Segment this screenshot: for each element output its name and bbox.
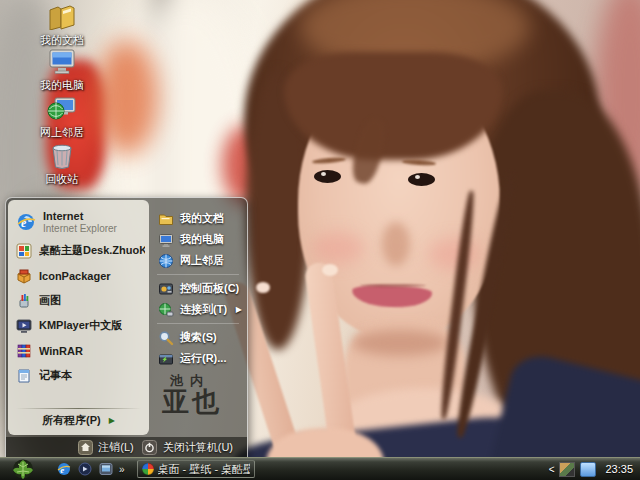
start-menu-item-label: Internet xyxy=(43,210,117,222)
quicklaunch-media-player-icon[interactable] xyxy=(77,462,92,477)
wallpaper-left-eye-glint xyxy=(321,172,326,176)
desktop-icon-label: 我的电脑 xyxy=(40,78,84,93)
start-menu-item-run[interactable]: 运行(R)... xyxy=(151,348,245,369)
start-menu-right-separator xyxy=(157,274,239,275)
start-menu-item-winrar[interactable]: WinRAR xyxy=(8,338,149,363)
all-programs-arrow-icon: ▶ xyxy=(109,416,115,425)
desktop-icon-label: 回收站 xyxy=(46,172,79,187)
start-leaf-icon xyxy=(11,458,35,480)
my-documents-icon xyxy=(46,1,78,31)
start-menu-item-control-panel[interactable]: 控制面板(C) xyxy=(151,278,245,299)
start-menu-item-network-places[interactable]: 网上邻居 xyxy=(151,250,245,271)
start-menu-left-spacer xyxy=(8,388,149,406)
start-menu-bottom-bar: 注销(L) 关闭计算机(U) xyxy=(6,437,247,457)
start-menu-item-zhuoku-theme[interactable]: 桌酷主题Desk.ZhuoKu.Com xyxy=(8,238,149,263)
desktop-icon-network-places[interactable]: 网上邻居 xyxy=(26,93,98,140)
winrar-icon xyxy=(16,343,32,359)
wallpaper-red-blob xyxy=(96,40,158,155)
all-programs-label: 所有程序(P) xyxy=(42,413,101,428)
start-menu-item-sublabel: Internet Explorer xyxy=(43,223,117,234)
start-menu-item-label: 记事本 xyxy=(39,368,72,383)
network-places-icon xyxy=(158,253,174,269)
wallpaper-fingernail-2 xyxy=(256,282,270,293)
taskbar-clock: 23:35 xyxy=(605,463,633,475)
desktop-icon-label: 网上邻居 xyxy=(40,125,84,140)
start-menu-item-internet[interactable]: e Internet Internet Explorer xyxy=(8,206,149,238)
tray-network-icon[interactable] xyxy=(580,462,596,477)
start-menu-item-label: 我的电脑 xyxy=(180,232,224,247)
zhuoku-theme-icon xyxy=(16,243,32,259)
start-menu-item-my-computer[interactable]: 我的电脑 xyxy=(151,229,245,250)
desktop-icon-recycle-bin[interactable]: 回收站 xyxy=(26,140,98,187)
start-menu-item-paint[interactable]: 画图 xyxy=(8,288,149,313)
start-menu-item-kmplayer[interactable]: KMPlayer中文版 xyxy=(8,313,149,338)
control-panel-icon xyxy=(158,281,174,297)
start-menu-pinned-panel: e Internet Internet Explorer 桌酷主题Desk.Zh… xyxy=(8,200,149,435)
my-computer-icon xyxy=(46,46,78,76)
desktop-icon-my-computer[interactable]: 我的电脑 xyxy=(26,46,98,93)
start-menu: e Internet Internet Explorer 桌酷主题Desk.Zh… xyxy=(5,197,248,457)
submenu-arrow-icon: ▶ xyxy=(236,305,242,314)
my-documents-icon xyxy=(158,211,174,227)
iconpackager-icon xyxy=(16,268,32,284)
wallpaper-right-blush xyxy=(428,238,480,270)
start-menu-item-label: 连接到(T) xyxy=(180,302,227,317)
tray-chevron-icon[interactable]: < xyxy=(549,464,555,475)
taskbar: e » 桌面 - 壁纸 - 桌酷壁... < 23:35 xyxy=(0,457,640,480)
kmplayer-icon xyxy=(16,318,32,334)
wallpaper-left-eye xyxy=(314,170,341,183)
notepad-icon xyxy=(16,368,32,384)
start-menu-right-separator xyxy=(157,323,239,324)
start-menu-item-my-documents[interactable]: 我的文档 xyxy=(151,208,245,229)
paint-icon xyxy=(16,293,32,309)
power-icon xyxy=(142,439,158,455)
start-menu-item-label: 运行(R)... xyxy=(180,351,226,366)
log-off-button[interactable]: 注销(L) xyxy=(77,439,133,455)
all-programs-button[interactable]: 所有程序(P) ▶ xyxy=(8,411,149,429)
wallpaper-fingernail-1 xyxy=(322,264,338,276)
log-off-label: 注销(L) xyxy=(98,440,133,455)
start-menu-item-label: IconPackager xyxy=(39,270,111,282)
svg-text:e: e xyxy=(21,216,27,230)
shut-down-label: 关闭计算机(U) xyxy=(163,440,233,455)
quicklaunch-show-desktop-icon[interactable] xyxy=(98,462,113,477)
system-tray: < 23:35 xyxy=(549,462,636,477)
start-menu-item-label: WinRAR xyxy=(39,345,83,357)
taskbar-task-button[interactable]: 桌面 - 壁纸 - 桌酷壁... xyxy=(137,460,255,478)
desktop: 池内 亚也 我的文档 我的电脑 网上邻居 回收站 e xyxy=(0,0,640,480)
svg-text:e: e xyxy=(60,465,64,475)
start-menu-item-label: 网上邻居 xyxy=(180,253,224,268)
wallpaper-right-eye xyxy=(408,173,435,186)
task-button-app-icon xyxy=(142,463,154,475)
quicklaunch-chevron-icon[interactable]: » xyxy=(119,464,125,475)
start-menu-item-label: 我的文档 xyxy=(180,211,224,226)
tray-photo-icon[interactable] xyxy=(559,462,575,477)
search-icon xyxy=(158,330,174,346)
start-menu-item-label: 画图 xyxy=(39,293,61,308)
wallpaper-right-eye-glint xyxy=(415,175,420,179)
start-menu-item-notepad[interactable]: 记事本 xyxy=(8,363,149,388)
start-menu-item-label: 搜索(S) xyxy=(180,330,217,345)
start-menu-item-label: 桌酷主题Desk.ZhuoKu.Com xyxy=(39,243,145,258)
log-off-icon xyxy=(77,439,93,455)
quicklaunch-internet-explorer-icon[interactable]: e xyxy=(56,462,71,477)
start-menu-item-label: 控制面板(C) xyxy=(180,281,239,296)
recycle-bin-icon xyxy=(46,140,78,170)
start-menu-item-connect-to[interactable]: 连接到(T) ▶ xyxy=(151,299,245,320)
start-menu-item-search[interactable]: 搜索(S) xyxy=(151,327,245,348)
connect-to-icon xyxy=(158,302,174,318)
quick-launch-bar: e xyxy=(56,462,113,477)
task-button-label: 桌面 - 壁纸 - 桌酷壁... xyxy=(158,462,250,477)
wallpaper-left-blush xyxy=(312,232,364,264)
start-menu-item-label: KMPlayer中文版 xyxy=(39,318,122,333)
run-icon xyxy=(158,351,174,367)
internet-explorer-icon: e xyxy=(16,212,36,232)
shut-down-button[interactable]: 关闭计算机(U) xyxy=(142,439,233,455)
wallpaper-nose-shadow xyxy=(382,222,410,266)
start-menu-places-panel: 我的文档 我的电脑 网上邻居 控制面板(C) xyxy=(151,200,245,435)
wallpaper-lip-line xyxy=(360,284,426,287)
desktop-icon-my-documents[interactable]: 我的文档 xyxy=(26,1,98,48)
start-menu-left-separator xyxy=(16,408,141,409)
start-button[interactable] xyxy=(10,458,36,480)
start-menu-item-iconpackager[interactable]: IconPackager xyxy=(8,263,149,288)
